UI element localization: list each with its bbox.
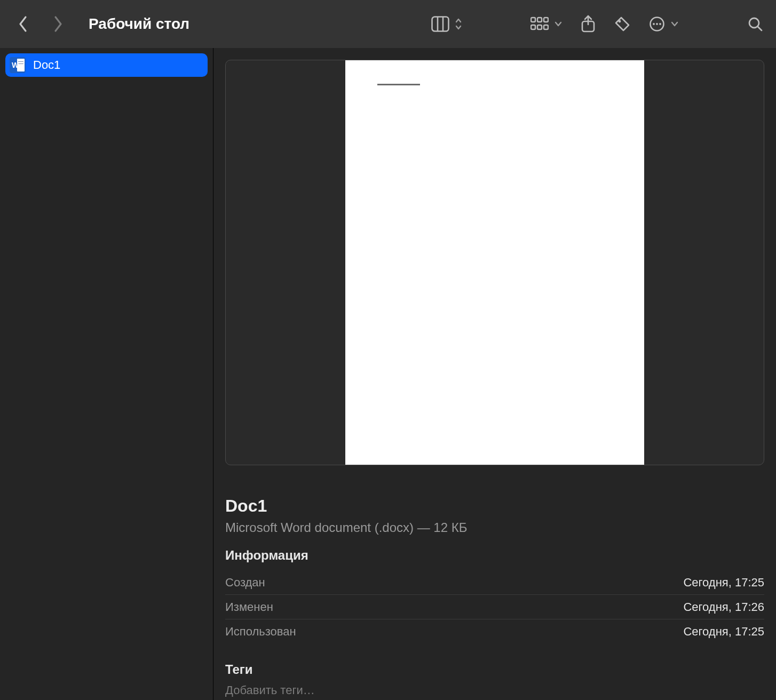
preview-metadata: Doc1 Microsoft Word document (.docx) — 1… <box>213 465 776 697</box>
view-mode-button[interactable] <box>431 13 462 35</box>
info-row-created: Создан Сегодня, 17:25 <box>225 570 764 595</box>
file-list-column[interactable]: Doc1 <box>0 48 213 700</box>
svg-point-11 <box>619 20 621 23</box>
info-value: Сегодня, 17:26 <box>683 600 764 614</box>
preview-pane: Doc1 Microsoft Word document (.docx) — 1… <box>213 48 776 700</box>
info-row-modified: Изменен Сегодня, 17:26 <box>225 595 764 619</box>
svg-point-14 <box>656 23 658 25</box>
file-row[interactable]: Doc1 <box>5 53 208 77</box>
chevron-left-icon <box>18 15 28 33</box>
columns-icon <box>431 16 449 32</box>
tags-heading: Теги <box>225 662 764 677</box>
svg-rect-6 <box>531 25 535 29</box>
toolbar-left-group: Рабочий стол <box>13 14 189 34</box>
preview-title: Doc1 <box>225 496 764 516</box>
svg-rect-5 <box>544 18 548 22</box>
location-title: Рабочий стол <box>89 15 189 33</box>
info-label: Создан <box>225 576 265 590</box>
chevron-down-icon <box>670 21 679 27</box>
toolbar-right-group <box>530 13 763 35</box>
chevron-right-icon <box>53 15 64 33</box>
info-label: Использован <box>225 625 296 639</box>
search-icon <box>747 16 763 32</box>
svg-point-15 <box>659 23 661 25</box>
ellipsis-circle-icon <box>649 16 665 32</box>
share-icon <box>581 15 596 33</box>
back-button[interactable] <box>13 14 33 34</box>
svg-rect-0 <box>432 17 449 31</box>
info-label: Изменен <box>225 600 273 614</box>
svg-rect-8 <box>544 25 548 29</box>
svg-point-13 <box>653 23 655 25</box>
content-area: Doc1 Doc1 Microsoft Word document (.docx… <box>0 48 776 700</box>
word-document-icon <box>10 57 26 73</box>
search-button[interactable] <box>747 13 763 35</box>
svg-rect-4 <box>537 18 542 22</box>
svg-line-17 <box>758 27 762 30</box>
group-by-button[interactable] <box>530 13 563 35</box>
tags-button[interactable] <box>614 13 631 35</box>
preview-subtitle: Microsoft Word document (.docx) — 12 КБ <box>225 520 764 535</box>
chevron-down-icon <box>554 21 563 27</box>
document-page <box>345 60 644 465</box>
svg-rect-7 <box>537 25 542 29</box>
tags-input[interactable] <box>225 683 764 697</box>
tag-icon <box>614 15 631 33</box>
forward-button[interactable] <box>48 14 68 34</box>
info-value: Сегодня, 17:25 <box>683 625 764 639</box>
file-name-label: Doc1 <box>33 58 60 72</box>
info-value: Сегодня, 17:25 <box>683 576 764 590</box>
toolbar-center-group <box>431 13 462 35</box>
info-table: Создан Сегодня, 17:25 Изменен Сегодня, 1… <box>225 570 764 644</box>
window-toolbar: Рабочий стол <box>0 0 776 48</box>
info-heading: Информация <box>225 548 764 563</box>
more-actions-button[interactable] <box>649 13 679 35</box>
info-row-lastopened: Использован Сегодня, 17:25 <box>225 619 764 644</box>
grid-group-icon <box>530 17 549 31</box>
sort-chevron-icon <box>455 18 462 30</box>
share-button[interactable] <box>581 13 596 35</box>
svg-rect-3 <box>531 18 535 22</box>
document-preview[interactable] <box>225 60 764 465</box>
